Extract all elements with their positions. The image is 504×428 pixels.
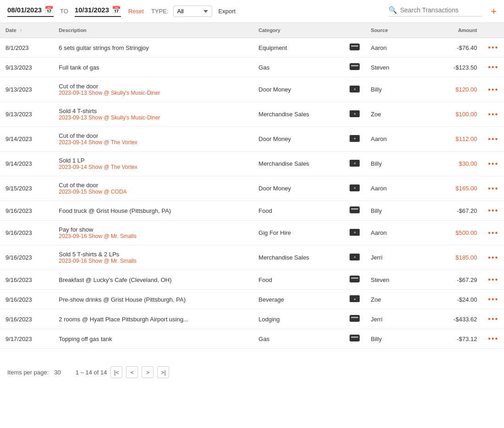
description-link[interactable]: 2023-09-14 Show @ The Vortex	[59, 139, 247, 146]
cell-source: Jerri	[365, 245, 417, 270]
col-header-source: Source	[365, 23, 417, 38]
description-link[interactable]: 2023-09-16 Show @ Mr. Smalls	[59, 258, 247, 264]
description-link[interactable]: 2023-09-15 Show @ CODA	[59, 189, 247, 195]
cell-amount: $30.00	[417, 152, 482, 176]
cell-date: 9/13/2023	[0, 58, 53, 77]
cell-date: 9/13/2023	[0, 102, 53, 127]
cell-source-icon	[344, 102, 365, 127]
table-row: 9/16/2023Pay for show2023-09-16 Show @ M…	[0, 221, 504, 245]
cell-source-icon	[344, 270, 365, 290]
cell-menu[interactable]: •••	[482, 77, 504, 102]
cell-category: Equipment	[253, 38, 344, 58]
cell-category: Beverage	[253, 290, 344, 309]
cell-date: 9/16/2023	[0, 290, 53, 309]
cell-source-icon	[344, 58, 365, 77]
cell-category: Food	[253, 201, 344, 221]
menu-dots-icon[interactable]: •••	[488, 160, 499, 168]
cell-menu[interactable]: •••	[482, 152, 504, 176]
menu-dots-icon[interactable]: •••	[488, 110, 499, 118]
prev-page-button[interactable]: <	[126, 366, 138, 378]
col-header-category: Category	[253, 23, 344, 38]
search-container: 🔍	[389, 6, 482, 16]
description-text: Cut of the door	[59, 182, 98, 189]
first-page-button[interactable]: |<	[110, 366, 122, 378]
start-date-field[interactable]: 08/01/2023 📅	[7, 5, 54, 17]
start-calendar-icon[interactable]: 📅	[44, 5, 54, 14]
cell-menu[interactable]: •••	[482, 290, 504, 309]
export-button[interactable]: Export	[219, 8, 236, 15]
table-row: 9/14/2023Sold 1 LP2023-09-14 Show @ The …	[0, 152, 504, 176]
table-row: 9/16/2023Pre-show drinks @ Grist House (…	[0, 290, 504, 309]
cell-menu[interactable]: •••	[482, 245, 504, 270]
pagination: 1 – 14 of 14 |< < > >|	[76, 366, 170, 378]
end-date-value: 10/31/2023	[75, 6, 109, 14]
cell-menu[interactable]: •••	[482, 221, 504, 245]
menu-dots-icon[interactable]: •••	[488, 315, 499, 323]
last-page-button[interactable]: >|	[157, 366, 169, 378]
cell-menu[interactable]: •••	[482, 201, 504, 221]
cell-menu[interactable]: •••	[482, 127, 504, 152]
end-date-field[interactable]: 10/31/2023 📅	[75, 5, 121, 17]
description-text: 6 sets guitar strings from Stringjoy	[59, 44, 149, 51]
menu-dots-icon[interactable]: •••	[488, 335, 499, 342]
add-transaction-button[interactable]: +	[491, 6, 497, 16]
cell-menu[interactable]: •••	[482, 102, 504, 127]
cell-description: Cut of the door2023-09-14 Show @ The Vor…	[53, 127, 253, 152]
menu-dots-icon[interactable]: •••	[488, 229, 499, 237]
cell-category: Gas	[253, 329, 344, 349]
menu-dots-icon[interactable]: •••	[488, 254, 499, 261]
cell-category: Food	[253, 270, 344, 290]
menu-dots-icon[interactable]: •••	[488, 206, 499, 214]
next-page-button[interactable]: >	[142, 366, 153, 378]
description-link[interactable]: 2023-09-13 Show @ Skully's Music-Diner	[59, 114, 247, 121]
cell-category: Merchandise Sales	[253, 245, 344, 270]
cell-description: Food truck @ Grist House (Pittsburgh, PA…	[53, 201, 253, 221]
table-row: 8/1/20236 sets guitar strings from Strin…	[0, 38, 504, 58]
table-row: 9/13/2023Cut of the door2023-09-13 Show …	[0, 77, 504, 102]
cell-description: Full tank of gas	[53, 58, 253, 77]
cash-icon	[350, 135, 360, 142]
search-input[interactable]	[400, 6, 482, 14]
cell-source: Zoe	[365, 290, 417, 309]
menu-dots-icon[interactable]: •••	[488, 135, 499, 143]
menu-dots-icon[interactable]: •••	[488, 295, 499, 303]
cell-source-icon	[344, 201, 365, 221]
cell-amount: $165.00	[417, 176, 482, 201]
cell-menu[interactable]: •••	[482, 309, 504, 329]
description-text: Sold 4 T-shirts	[59, 108, 97, 114]
cell-menu[interactable]: •••	[482, 58, 504, 77]
cell-source-icon	[344, 221, 365, 245]
cell-date: 9/14/2023	[0, 152, 53, 176]
cell-source: Jerri	[365, 309, 417, 329]
cell-menu[interactable]: •••	[482, 329, 504, 349]
date-sort-icon[interactable]: ↑	[20, 27, 22, 33]
cash-icon	[350, 229, 360, 236]
card-icon	[350, 335, 360, 341]
description-link[interactable]: 2023-09-14 Show @ The Vortex	[59, 164, 247, 170]
reset-button[interactable]: Reset	[128, 8, 144, 15]
type-label: TYPE:	[151, 8, 169, 15]
description-link[interactable]: 2023-09-16 Show @ Mr. Smalls	[59, 233, 247, 239]
cell-source: Billy	[365, 77, 417, 102]
menu-dots-icon[interactable]: •••	[488, 86, 499, 93]
cell-menu[interactable]: •••	[482, 38, 504, 58]
card-icon	[350, 63, 360, 70]
menu-dots-icon[interactable]: •••	[488, 184, 499, 192]
cell-date: 9/14/2023	[0, 127, 53, 152]
type-select[interactable]: All Income Expense	[173, 5, 212, 17]
table-row: 9/15/2023Cut of the door2023-09-15 Show …	[0, 176, 504, 201]
menu-dots-icon[interactable]: •••	[488, 63, 499, 71]
description-link[interactable]: 2023-09-13 Show @ Skully's Music-Diner	[59, 90, 247, 96]
menu-dots-icon[interactable]: •••	[488, 276, 499, 283]
cell-amount: $112.00	[417, 127, 482, 152]
end-calendar-icon[interactable]: 📅	[112, 5, 121, 14]
table-row: 9/13/2023Full tank of gasGasSteven-$123.…	[0, 58, 504, 77]
items-per-page-value: 30	[54, 369, 60, 376]
cash-icon	[350, 184, 360, 191]
cell-menu[interactable]: •••	[482, 270, 504, 290]
cell-amount: -$123.50	[417, 58, 482, 77]
description-text: Full tank of gas	[59, 64, 99, 71]
cell-menu[interactable]: •••	[482, 176, 504, 201]
menu-dots-icon[interactable]: •••	[488, 43, 499, 51]
cell-amount: -$67.29	[417, 270, 482, 290]
